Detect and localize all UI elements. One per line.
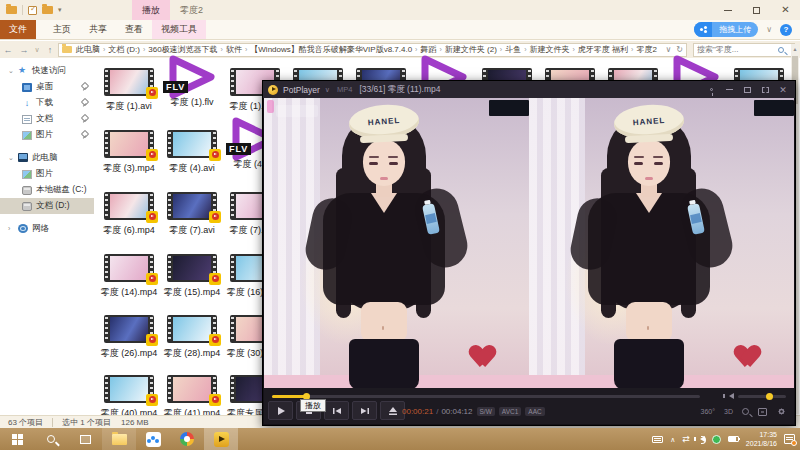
sidebar-item-disk-c[interactable]: 本地磁盘 (C:) xyxy=(0,182,94,198)
breadcrumb-newfolder[interactable]: 新建文件夹 xyxy=(528,44,570,55)
file-item[interactable]: 零度 (3).mp4 xyxy=(99,128,159,175)
up-icon[interactable]: ↑ xyxy=(42,45,58,55)
tab-home[interactable]: 主页 xyxy=(44,20,80,39)
file-item[interactable]: FLV 零度 (1).flv xyxy=(162,66,222,109)
properties-icon[interactable] xyxy=(28,6,37,15)
search-input[interactable] xyxy=(694,45,778,54)
battery-icon[interactable] xyxy=(728,436,739,442)
file-item[interactable]: 零度 (15).mp4 xyxy=(162,252,222,299)
sidebar-item-documents[interactable]: 文档 xyxy=(0,111,94,127)
sidebar-item-pictures[interactable]: 图片 xyxy=(0,127,94,143)
sidebar-item-pc-pictures[interactable]: 图片 xyxy=(0,166,94,182)
close-button[interactable]: ✕ xyxy=(778,85,788,95)
safety-icon[interactable] xyxy=(712,435,721,444)
sidebar-item-downloads[interactable]: ↓ 下载 xyxy=(0,95,94,111)
file-item[interactable]: 零度 (1).avi xyxy=(99,66,159,113)
taskbar-clock[interactable]: 17:35 2021/8/16 xyxy=(746,430,777,449)
tab-video-tools[interactable]: 视频工具 xyxy=(152,20,206,39)
taskbar-browser-button[interactable] xyxy=(170,428,204,450)
sidebar-network[interactable]: › 网络 xyxy=(0,220,94,237)
breadcrumb-huya[interactable]: 虎牙零度 福利 xyxy=(577,44,629,55)
volume-bar[interactable] xyxy=(738,395,786,398)
taskbar-search-button[interactable] xyxy=(34,428,68,450)
file-item[interactable]: 零度 (14).mp4 xyxy=(99,252,159,299)
scroll-up-icon[interactable]: ▲ xyxy=(792,44,798,54)
pin-icon xyxy=(81,99,89,107)
back-icon[interactable]: ← xyxy=(0,45,16,55)
tab-file[interactable]: 文件 xyxy=(0,20,36,39)
refresh-icon[interactable]: ↻ xyxy=(676,45,683,54)
new-folder-icon[interactable] xyxy=(42,6,53,14)
breadcrumb-current[interactable]: 零度2 xyxy=(635,44,657,55)
start-button[interactable] xyxy=(0,428,34,450)
maximize-button[interactable] xyxy=(742,0,771,20)
player-titlebar[interactable]: PotPlayer ∨ MP4 [33/61] 零度 (11).mp4 ✕ xyxy=(263,81,795,98)
sidebar-item-disk-d[interactable]: 文档 (D:) xyxy=(0,198,94,214)
file-item[interactable]: 零度 (26).mp4 xyxy=(99,313,159,360)
hidden-icons-chevron[interactable]: ∧ xyxy=(670,436,675,443)
video-thumbnail xyxy=(104,375,154,403)
next-button[interactable] xyxy=(352,401,377,420)
video-area[interactable]: HANEL xyxy=(264,98,794,390)
scene-search-icon[interactable] xyxy=(742,408,749,415)
chevron-down-icon[interactable]: ▾ xyxy=(58,6,62,14)
pin-icon xyxy=(81,83,89,91)
file-item[interactable]: 零度 (6).mp4 xyxy=(99,190,159,237)
file-item[interactable]: 零度 (40).mp4 xyxy=(99,373,159,420)
video-thumbnail xyxy=(167,254,217,282)
playlist-icon[interactable] xyxy=(758,408,767,416)
minimize-button[interactable] xyxy=(724,85,734,95)
pictures-icon xyxy=(22,131,32,140)
ribbon-collapse-icon[interactable]: ∨ xyxy=(766,25,772,34)
breadcrumb-douyu[interactable]: 斗鱼 xyxy=(504,44,522,55)
fullscreen-button[interactable] xyxy=(760,85,770,95)
previous-button[interactable] xyxy=(324,401,349,420)
sidebar-item-desktop[interactable]: 桌面 xyxy=(0,79,94,95)
vr-360-icon[interactable]: 360° xyxy=(701,408,715,415)
input-method-icon[interactable]: ⇄ xyxy=(682,435,690,444)
taskbar-netdisk-button[interactable] xyxy=(136,428,170,450)
close-button[interactable]: ✕ xyxy=(771,0,800,20)
recent-dropdown-icon[interactable]: ∨ xyxy=(32,46,42,54)
breadcrumb-drive-d[interactable]: 文档 (D:) xyxy=(107,44,141,55)
taskbar-potplayer-button[interactable] xyxy=(204,428,238,450)
pin-icon[interactable] xyxy=(706,85,716,95)
volume-handle[interactable] xyxy=(766,393,773,400)
player-badge-icon xyxy=(209,211,221,223)
file-item[interactable]: 零度 (4).avi xyxy=(162,128,222,175)
help-icon[interactable]: ? xyxy=(780,24,792,36)
seek-progress xyxy=(272,395,306,398)
tab-view[interactable]: 查看 xyxy=(116,20,152,39)
file-item[interactable]: 零度 (7).avi xyxy=(162,190,222,237)
touch-keyboard-icon[interactable] xyxy=(652,436,663,443)
sidebar-this-pc[interactable]: ⌄ 此电脑 xyxy=(0,149,94,166)
speaker-icon[interactable] xyxy=(726,393,734,399)
3d-icon[interactable]: 3D xyxy=(724,408,733,415)
breadcrumb-this-pc[interactable]: 此电脑 xyxy=(75,44,101,55)
breadcrumb-software[interactable]: 软件 xyxy=(225,44,243,55)
sidebar-quick-access[interactable]: ⌄ ★ 快速访问 xyxy=(0,62,94,79)
netdisk-upload-button[interactable]: 拖拽上传 xyxy=(694,22,758,37)
video-frame-right: HANEL xyxy=(529,98,794,390)
file-item[interactable]: 零度 (41).mp4 xyxy=(162,373,222,420)
play-button[interactable] xyxy=(268,401,293,420)
folder-icon[interactable] xyxy=(6,6,17,14)
task-view-button[interactable] xyxy=(68,428,102,450)
breadcrumb-kuwo[interactable]: 【Windows】酷我音乐破解豪华VIP版v8.7.4.0 xyxy=(249,44,413,55)
action-center-icon[interactable] xyxy=(784,434,795,444)
minimize-button[interactable] xyxy=(713,0,742,20)
seek-bar[interactable] xyxy=(272,395,700,398)
taskbar-explorer-button[interactable] xyxy=(102,428,136,450)
folder-icon xyxy=(62,46,72,53)
address-dropdown-icon[interactable]: ∨ xyxy=(665,45,671,54)
search-icon[interactable] xyxy=(778,47,784,53)
tab-share[interactable]: 共享 xyxy=(80,20,116,39)
divider xyxy=(22,5,23,15)
chevron-down-icon[interactable]: ∨ xyxy=(325,86,330,94)
settings-gear-icon[interactable] xyxy=(776,406,787,417)
quick-access-toolbar: ▾ xyxy=(6,5,62,15)
forward-icon[interactable]: → xyxy=(16,45,32,55)
maximize-button[interactable] xyxy=(742,85,752,95)
file-item[interactable]: 零度 (28).mp4 xyxy=(162,313,222,360)
speaker-icon[interactable] xyxy=(697,436,705,442)
